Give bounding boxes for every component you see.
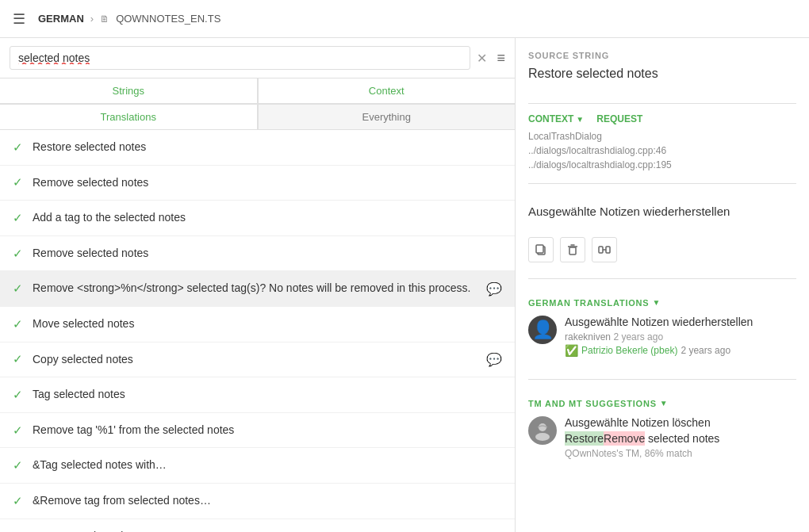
entry-time: 2 years ago xyxy=(613,331,663,343)
string-list: ✓ Restore selected notes ✓ Remove select… xyxy=(0,130,515,532)
string-item[interactable]: ✓ &Tag selected notes with… xyxy=(0,448,515,484)
svg-rect-1 xyxy=(536,245,543,253)
menu-icon[interactable]: ☰ xyxy=(13,10,25,28)
divider xyxy=(528,183,796,184)
translation-area: Ausgewählte Notizen wiederherstellen xyxy=(528,203,796,221)
check-icon: ✓ xyxy=(13,281,23,296)
divider xyxy=(528,103,796,104)
tm-source-text: RestoreRemove selected notes xyxy=(565,432,796,445)
string-item[interactable]: ✓ Tag selected notes xyxy=(0,377,515,413)
entry-verified: ✅ Patrizio Bekerle (pbek) 2 years ago xyxy=(565,344,796,357)
divider xyxy=(528,278,796,279)
context-request-bar: CONTEXT ▼ REQUEST xyxy=(528,113,796,124)
check-icon: ✓ xyxy=(13,388,23,402)
string-item[interactable]: ✓ %n notes selected xyxy=(0,519,515,532)
string-text: Remove selected notes xyxy=(33,246,502,262)
tab-translations[interactable]: Translations xyxy=(0,104,258,129)
main-layout: ✕ ≡ Strings Context Translations Everyth… xyxy=(0,38,809,532)
translation-actions xyxy=(528,237,796,262)
entry-username: rakekniven xyxy=(565,331,611,343)
check-icon: ✓ xyxy=(13,529,23,532)
string-item[interactable]: ✓ Restore selected notes xyxy=(0,130,515,166)
delete-button[interactable] xyxy=(560,237,585,262)
string-item[interactable]: ✓ Remove selected notes xyxy=(0,236,515,272)
tm-suggestions-header: TM AND MT SUGGESTIONS ▼ xyxy=(528,399,796,408)
context-tab[interactable]: CONTEXT ▼ xyxy=(528,113,584,124)
tm-source-label: QOwnNotes's TM, 86% match xyxy=(565,448,796,459)
string-text: Copy selected notes xyxy=(33,352,486,368)
svg-rect-2 xyxy=(569,247,576,255)
german-translations-dropdown-icon: ▼ xyxy=(653,298,661,307)
string-text: Restore selected notes xyxy=(33,140,502,155)
tm-restore-highlight: Restore xyxy=(565,431,604,446)
comment-icon: 💬 xyxy=(486,352,502,367)
entry-content: Ausgewählte Notizen wiederherstellen rak… xyxy=(565,316,796,357)
divider xyxy=(528,379,796,380)
check-icon: ✓ xyxy=(13,494,23,508)
string-text: %n notes selected xyxy=(33,529,502,532)
tm-avatar xyxy=(528,416,557,445)
check-icon: ✓ xyxy=(13,211,23,225)
verified-time: 2 years ago xyxy=(681,345,730,356)
context-info-2: ../dialogs/localtrashdialog.cpp:46 xyxy=(528,145,796,156)
search-filter-icon[interactable]: ≡ xyxy=(497,50,505,67)
verified-user-link[interactable]: Patrizio Bekerle (pbek) xyxy=(581,345,677,356)
tm-translation-text: Ausgewählte Notizen löschen xyxy=(565,416,796,429)
tm-dropdown-icon: ▼ xyxy=(660,399,669,408)
request-tab[interactable]: REQUEST xyxy=(596,113,642,124)
context-info-1: LocalTrashDialog xyxy=(528,131,796,142)
translation-entry: 👤 Ausgewählte Notizen wiederherstellen r… xyxy=(528,316,796,357)
tm-rest-text: selected notes xyxy=(645,432,719,445)
context-dropdown-icon: ▼ xyxy=(576,115,584,124)
check-icon: ✓ xyxy=(13,352,23,366)
comment-icon: 💬 xyxy=(486,281,502,297)
context-tab-label: CONTEXT xyxy=(528,113,573,124)
german-translations-header: GERMAN TRANSLATIONS ▼ xyxy=(528,298,796,308)
check-icon: ✓ xyxy=(13,423,23,438)
svg-rect-5 xyxy=(599,247,603,253)
tab-everything[interactable]: Everything xyxy=(258,104,516,129)
string-item[interactable]: ✓ &Remove tag from selected notes… xyxy=(0,484,515,519)
string-item[interactable]: ✓ Remove <strong>%n</strong> selected ta… xyxy=(0,271,515,307)
search-input[interactable] xyxy=(10,46,470,70)
entry-translation-text: Ausgewählte Notizen wiederherstellen xyxy=(565,316,796,328)
tm-remove-highlight: Remove xyxy=(604,431,645,446)
source-string-label: SOURCE STRING xyxy=(528,51,796,60)
tab-context[interactable]: Context xyxy=(258,78,516,104)
string-text: Remove selected notes xyxy=(33,175,502,191)
right-panel: SOURCE STRING Restore selected notes CON… xyxy=(516,38,809,532)
svg-point-9 xyxy=(535,433,550,441)
string-item[interactable]: ✓ Add a tag to the selected notes xyxy=(0,201,515,236)
string-text: &Tag selected notes with… xyxy=(33,457,502,473)
copy-source-button[interactable] xyxy=(528,237,554,262)
split-button[interactable] xyxy=(592,237,617,262)
check-icon: ✓ xyxy=(13,140,23,155)
svg-rect-6 xyxy=(606,247,610,253)
tm-entry-content: Ausgewählte Notizen löschen RestoreRemov… xyxy=(565,416,796,459)
string-text: &Remove tag from selected notes… xyxy=(33,493,502,509)
tab-bar: Strings Context Translations Everything xyxy=(0,78,515,130)
file-icon: 🗎 xyxy=(100,13,109,25)
tab-strings[interactable]: Strings xyxy=(0,78,258,104)
string-item[interactable]: ✓ Move selected notes xyxy=(0,307,515,343)
check-icon: ✓ xyxy=(13,458,23,473)
string-item[interactable]: ✓ Remove tag '%1' from the selected note… xyxy=(0,413,515,449)
search-clear-icon[interactable]: ✕ xyxy=(477,51,487,66)
context-info-3: ../dialogs/localtrashdialog.cpp:195 xyxy=(528,159,796,170)
filename-label: QOWNNOTES_EN.TS xyxy=(116,13,220,25)
language-label: GERMAN xyxy=(38,13,84,25)
search-bar: ✕ ≡ xyxy=(0,38,515,78)
verified-check-icon: ✅ xyxy=(565,344,578,357)
translation-display-text: Ausgewählte Notizen wiederherstellen xyxy=(528,203,796,221)
string-text: Move selected notes xyxy=(33,316,502,332)
string-item[interactable]: ✓ Copy selected notes 💬 xyxy=(0,343,515,378)
entry-meta: rakekniven 2 years ago xyxy=(565,331,796,343)
breadcrumb: GERMAN › 🗎 QOWNNOTES_EN.TS xyxy=(38,13,220,25)
check-icon: ✓ xyxy=(13,317,23,331)
header: ☰ GERMAN › 🗎 QOWNNOTES_EN.TS xyxy=(0,0,809,38)
left-panel: ✕ ≡ Strings Context Translations Everyth… xyxy=(0,38,516,532)
check-icon: ✓ xyxy=(13,175,23,189)
avatar: 👤 xyxy=(528,316,557,344)
source-string-text: Restore selected notes xyxy=(528,67,796,81)
string-item[interactable]: ✓ Remove selected notes xyxy=(0,166,515,201)
